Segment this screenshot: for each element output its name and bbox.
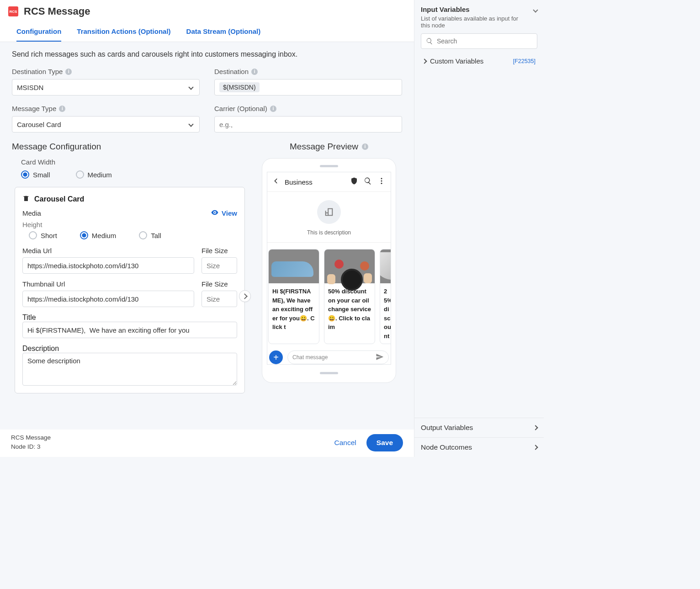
destination-input[interactable]: $(MSISDN) bbox=[214, 79, 402, 96]
destination-type-label: Destination Typei bbox=[12, 68, 200, 75]
height-tall[interactable]: Tall bbox=[139, 231, 161, 239]
page-title: RCS Message bbox=[24, 5, 90, 17]
destination-chip[interactable]: $(MSISDN) bbox=[219, 82, 260, 92]
tab-configuration[interactable]: Configuration bbox=[16, 24, 61, 42]
chevron-down-icon bbox=[188, 85, 193, 90]
tab-data-stream[interactable]: Data Stream (Optional) bbox=[186, 24, 261, 42]
chevron-right-icon bbox=[422, 58, 427, 64]
chevron-right-icon bbox=[533, 425, 538, 430]
tab-bar: Configuration Transition Actions (Option… bbox=[0, 17, 414, 42]
input-variables-title: Input Variables bbox=[421, 5, 521, 13]
card-image bbox=[380, 249, 391, 283]
phone-notch bbox=[320, 165, 338, 167]
tab-transition-actions[interactable]: Transition Actions (Optional) bbox=[77, 24, 170, 42]
thumbnail-file-size-label: File Size bbox=[202, 280, 237, 288]
preview-card: 50% discount on your car oil change serv… bbox=[324, 249, 375, 344]
card-text: 50% discount on your car oil change serv… bbox=[324, 283, 375, 344]
footer-node-name: RCS Message bbox=[11, 433, 51, 442]
thumbnail-file-size-input[interactable] bbox=[202, 291, 237, 307]
carrier-input[interactable] bbox=[214, 116, 402, 133]
save-button[interactable]: Save bbox=[366, 434, 403, 451]
info-icon: i bbox=[65, 69, 72, 75]
page-description: Send rich messages such as cards and car… bbox=[12, 50, 402, 58]
variables-search-input[interactable] bbox=[437, 37, 532, 45]
add-button[interactable]: + bbox=[269, 350, 283, 364]
description-textarea[interactable] bbox=[22, 353, 237, 386]
node-outcomes-header[interactable]: Node Outcomes bbox=[414, 437, 544, 457]
footer-node-id: Node ID: 3 bbox=[11, 442, 51, 451]
eye-icon bbox=[211, 208, 219, 218]
svg-point-2 bbox=[381, 183, 382, 184]
height-medium[interactable]: Medium bbox=[80, 231, 116, 239]
media-url-label: Media Url bbox=[22, 247, 194, 255]
message-type-label: Message Typei bbox=[12, 105, 200, 112]
preview-card: 25% discount on your car servicing. Clic… bbox=[380, 249, 391, 344]
search-icon bbox=[426, 37, 433, 45]
info-icon: i bbox=[59, 106, 65, 112]
business-label: Business bbox=[285, 178, 345, 186]
preview-card: Hi $(FIRSTNAME), We have an exciting off… bbox=[268, 249, 319, 344]
rcs-icon: RCS bbox=[8, 6, 18, 16]
destination-type-select[interactable]: MSISDN bbox=[12, 79, 200, 96]
title-label: Title bbox=[22, 313, 237, 322]
business-avatar bbox=[317, 200, 341, 224]
phone-preview: Business This is description bbox=[262, 158, 396, 383]
carousel-card-title: Carousel Card bbox=[34, 195, 84, 203]
back-icon[interactable] bbox=[272, 177, 280, 187]
trash-icon[interactable] bbox=[22, 195, 30, 204]
chat-input[interactable]: Chat message bbox=[287, 350, 389, 364]
card-width-small[interactable]: Small bbox=[21, 170, 50, 179]
carrier-label: Carrier (Optional)i bbox=[214, 105, 402, 112]
carousel-card-editor: Carousel Card Media View Height bbox=[15, 187, 245, 393]
shield-icon bbox=[350, 177, 359, 187]
thumbnail-url-input[interactable] bbox=[22, 291, 194, 307]
chevron-down-icon bbox=[188, 122, 193, 127]
carousel-preview: Hi $(FIRSTNAME), We have an exciting off… bbox=[267, 243, 391, 350]
message-type-select[interactable]: Carousel Card bbox=[12, 116, 200, 133]
info-icon: i bbox=[362, 143, 368, 150]
info-icon: i bbox=[251, 69, 258, 75]
view-media-link[interactable]: View bbox=[211, 208, 237, 218]
chevron-right-icon bbox=[533, 445, 538, 450]
destination-label: Destinationi bbox=[214, 68, 402, 75]
output-variables-header[interactable]: Output Variables bbox=[414, 418, 544, 437]
chevron-down-icon bbox=[533, 7, 538, 12]
variables-search[interactable] bbox=[421, 33, 537, 49]
chevron-right-icon bbox=[242, 293, 248, 299]
send-icon[interactable] bbox=[376, 353, 384, 362]
business-description: This is description bbox=[307, 229, 351, 236]
input-variables-subtitle: List of variables available as input for… bbox=[421, 15, 521, 29]
info-icon: i bbox=[270, 106, 276, 112]
cancel-button[interactable]: Cancel bbox=[332, 434, 359, 451]
thumbnail-url-label: Thumbnail Url bbox=[22, 280, 194, 288]
home-indicator bbox=[320, 372, 338, 374]
message-config-title: Message Configuration bbox=[12, 142, 245, 152]
card-image bbox=[324, 249, 375, 283]
media-label: Media bbox=[22, 209, 41, 217]
card-text: Hi $(FIRSTNAME), We have an exciting off… bbox=[269, 283, 319, 344]
search-icon[interactable] bbox=[363, 177, 372, 187]
next-card-button[interactable] bbox=[239, 290, 251, 302]
card-image bbox=[269, 249, 319, 283]
svg-point-0 bbox=[381, 178, 382, 179]
card-width-label: Card Width bbox=[21, 158, 245, 166]
media-file-size-input[interactable] bbox=[202, 257, 237, 274]
media-url-input[interactable] bbox=[22, 257, 194, 274]
card-width-medium[interactable]: Medium bbox=[76, 170, 112, 179]
description-label: Description bbox=[22, 345, 237, 353]
media-file-size-label: File Size bbox=[202, 247, 237, 255]
custom-variables-row[interactable]: Custom Variables [F22535] bbox=[421, 55, 537, 67]
more-icon[interactable] bbox=[377, 177, 386, 187]
svg-point-1 bbox=[381, 180, 382, 182]
input-variables-header[interactable]: Input Variables List of variables availa… bbox=[421, 5, 537, 29]
custom-variables-id: [F22535] bbox=[513, 58, 536, 64]
height-short[interactable]: Short bbox=[29, 231, 57, 239]
height-label: Height bbox=[22, 221, 237, 228]
title-input[interactable] bbox=[22, 322, 237, 338]
card-text: 25% discount on your car servicing. Clic… bbox=[380, 283, 391, 344]
message-preview-title: Message Previewi bbox=[256, 142, 402, 152]
